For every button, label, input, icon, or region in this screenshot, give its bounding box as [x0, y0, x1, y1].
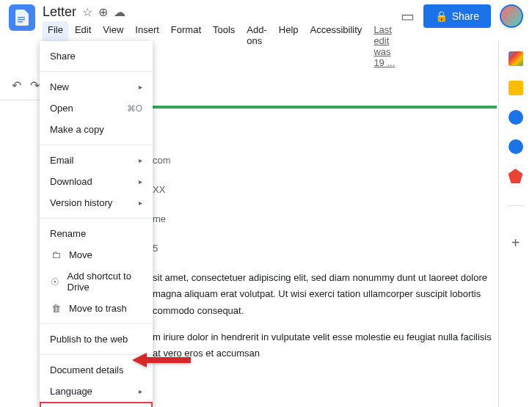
text-fragment: XX: [153, 182, 497, 198]
menu-publish-web[interactable]: Publish to the web: [40, 329, 153, 350]
chevron-right-icon: ▸: [139, 177, 142, 186]
menu-open[interactable]: Open⌘O: [40, 98, 153, 119]
menu-move[interactable]: 🗀Move: [40, 244, 153, 265]
doc-title[interactable]: Letter: [43, 4, 76, 20]
keep-icon[interactable]: [509, 81, 523, 95]
svg-rect-2: [18, 21, 23, 23]
comments-icon[interactable]: ▭: [401, 7, 415, 25]
menu-version-history[interactable]: Version history▸: [40, 192, 153, 213]
shortcut-icon: ☉: [50, 276, 60, 287]
menu-language[interactable]: Language▸: [40, 381, 153, 402]
share-label: Share: [452, 10, 479, 22]
chevron-right-icon: ▸: [139, 156, 142, 164]
menu-addons[interactable]: Add-ons: [241, 21, 272, 71]
menu-new[interactable]: New▸: [40, 76, 153, 98]
trash-icon: 🗑: [50, 303, 62, 314]
menu-add-shortcut[interactable]: ☉Add shortcut to Drive: [40, 265, 153, 298]
svg-rect-1: [18, 19, 25, 21]
move-icon[interactable]: ⊕: [98, 5, 108, 19]
menu-share[interactable]: Share: [40, 45, 153, 67]
star-icon[interactable]: ☆: [82, 5, 92, 19]
chevron-right-icon: ▸: [139, 387, 142, 395]
side-panel: +: [498, 41, 532, 407]
svg-marker-3: [132, 353, 191, 367]
tasks-icon[interactable]: [509, 110, 523, 125]
chevron-right-icon: ▸: [139, 199, 142, 207]
menu-move-trash[interactable]: 🗑Move to trash: [40, 298, 153, 319]
body-paragraph: m iriure dolor in hendrerit in vulputate…: [153, 329, 497, 362]
avatar[interactable]: [500, 4, 523, 28]
text-fragment: com: [153, 153, 497, 169]
menu-tools[interactable]: Tools: [208, 21, 240, 71]
svg-rect-0: [18, 17, 25, 18]
callout-arrow: [132, 349, 191, 374]
green-divider: [153, 106, 497, 109]
share-button[interactable]: 🔒 Share: [423, 4, 491, 28]
menu-format[interactable]: Format: [166, 21, 206, 71]
menu-email[interactable]: Email▸: [40, 150, 153, 171]
plus-icon[interactable]: +: [511, 235, 520, 252]
undo-icon[interactable]: ↶: [9, 76, 24, 95]
menu-download[interactable]: Download▸: [40, 171, 153, 192]
menu-page-setup[interactable]: Page setup: [40, 402, 153, 407]
maps-icon[interactable]: [509, 169, 523, 183]
menu-accessibility[interactable]: Accessibility: [305, 21, 368, 71]
menu-make-copy[interactable]: Make a copy: [40, 119, 153, 140]
menu-help[interactable]: Help: [274, 21, 304, 71]
document-canvas[interactable]: com XX me 5 sit amet, consectetuer adipi…: [153, 70, 497, 407]
chevron-right-icon: ▸: [139, 83, 142, 91]
contacts-icon[interactable]: [509, 139, 523, 154]
text-fragment: 5: [153, 241, 497, 257]
text-fragment: me: [153, 211, 497, 227]
docs-logo[interactable]: [9, 4, 35, 31]
cloud-icon[interactable]: ☁: [114, 5, 125, 19]
lock-icon: 🔒: [435, 10, 448, 22]
menu-rename[interactable]: Rename: [40, 223, 153, 244]
folder-icon: 🗀: [50, 249, 62, 260]
calendar-icon[interactable]: [509, 51, 523, 66]
last-edit-link[interactable]: Last edit was 19 ...: [368, 21, 400, 71]
body-paragraph: sit amet, consectetuer adipiscing elit, …: [153, 270, 497, 318]
